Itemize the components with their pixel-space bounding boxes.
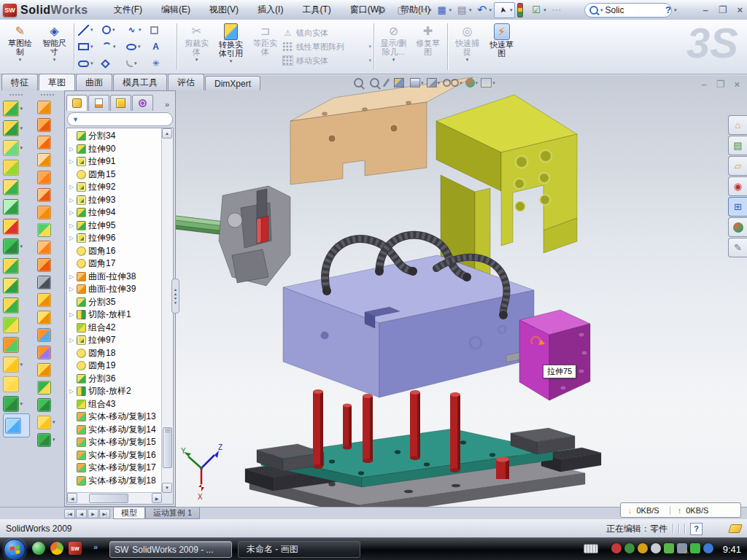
toolbar-grip[interactable] bbox=[9, 94, 23, 96]
dropdown-caret-icon[interactable]: ▾ bbox=[460, 80, 462, 86]
expand-arrow-icon[interactable]: ▷ bbox=[69, 273, 74, 280]
taskpane-tab[interactable] bbox=[728, 217, 747, 237]
sketch-tool-button[interactable]: ▾ bbox=[78, 22, 101, 39]
dropdown-caret-icon[interactable]: ▾ bbox=[20, 401, 26, 407]
expand-arrow-icon[interactable]: ▷ bbox=[69, 311, 74, 318]
sketch-tool-button[interactable]: ▾ bbox=[150, 22, 173, 39]
toolbar-button[interactable]: ▾ bbox=[3, 335, 30, 354]
tray-icon[interactable]: ⚠ bbox=[690, 543, 700, 553]
command-button[interactable]: ✂ 剪裁实 体 ▾ bbox=[179, 20, 214, 74]
toolbar-button[interactable]: ▾ bbox=[37, 98, 58, 116]
sketch-tool-button[interactable]: ▾ bbox=[126, 39, 149, 55]
document-tab[interactable]: 模型 bbox=[113, 508, 145, 519]
headsup-button[interactable]: ▾ bbox=[354, 78, 367, 88]
toolbar-button[interactable]: ▾ bbox=[37, 238, 58, 256]
tree-item[interactable]: ▷ 分割35 bbox=[68, 296, 161, 309]
toolbar-button[interactable]: ▾ bbox=[37, 361, 58, 378]
commandmanager-tab[interactable]: 草图 bbox=[39, 74, 75, 90]
dropdown-caret-icon[interactable]: ▾ bbox=[543, 7, 546, 13]
headsup-button[interactable]: ▾ bbox=[385, 78, 391, 88]
taskbar-task-button[interactable]: 未命名 - 画图 bbox=[238, 541, 360, 558]
scroll-right-button[interactable]: ▶ bbox=[152, 493, 162, 503]
dropdown-caret-icon[interactable]: ▾ bbox=[368, 44, 371, 50]
quick-access-button[interactable]: ▾ bbox=[516, 2, 528, 18]
taskpane-tab[interactable]: ✎ bbox=[728, 238, 747, 257]
tree-item[interactable]: ▷ 组合42 bbox=[68, 322, 161, 335]
tree-filter-input[interactable]: ▼ bbox=[67, 112, 173, 126]
commandmanager-tab[interactable]: 评估 bbox=[168, 74, 204, 90]
window-button[interactable]: × bbox=[737, 4, 743, 15]
tree-item[interactable]: ▷ 拉伸92 bbox=[68, 181, 161, 194]
sketch-tool-button[interactable]: A ▾ bbox=[150, 39, 173, 55]
command-row-button[interactable]: 移动实体 ▾ bbox=[282, 55, 371, 66]
status-help-button[interactable]: ? bbox=[690, 523, 703, 535]
toolbar-button[interactable]: ▾ bbox=[3, 374, 30, 394]
tree-item[interactable]: ▷ 圆角16 bbox=[68, 245, 161, 258]
command-row-button[interactable]: 线性草图阵列 ▾ bbox=[282, 42, 371, 52]
dropdown-caret-icon[interactable]: ▾ bbox=[112, 27, 115, 33]
toolbar-button[interactable]: ▾ bbox=[37, 116, 58, 133]
taskpane-tab[interactable]: ▱ bbox=[728, 156, 747, 176]
commandmanager-tab[interactable]: 特征 bbox=[1, 74, 38, 90]
dropdown-caret-icon[interactable]: ▾ bbox=[368, 58, 371, 63]
toolbar-button[interactable]: ▾ bbox=[37, 343, 58, 361]
toolbar-button[interactable]: ▾ bbox=[3, 276, 30, 295]
toolbar-button[interactable]: ▾ bbox=[3, 118, 30, 138]
toolbar-grip[interactable] bbox=[41, 94, 54, 96]
tags-icon[interactable] bbox=[728, 524, 743, 533]
start-button[interactable] bbox=[4, 539, 26, 560]
help-button[interactable]: ? bbox=[665, 4, 671, 15]
toolbar-button[interactable]: ▾ bbox=[3, 217, 30, 236]
toolbar-button[interactable]: ▾ bbox=[37, 326, 58, 343]
sketch-tool-button[interactable]: ▾ bbox=[78, 55, 101, 72]
dropdown-caret-icon[interactable]: ▾ bbox=[449, 7, 452, 13]
dropdown-caret-icon[interactable]: ▾ bbox=[139, 27, 142, 33]
toolbar-button[interactable]: ▾ bbox=[37, 221, 58, 238]
command-button[interactable]: ✚ 修复草 图 ▾ bbox=[411, 20, 445, 74]
doc-window-button[interactable]: ❐ bbox=[716, 79, 725, 90]
tree-item[interactable]: ▷ 圆角17 bbox=[68, 257, 161, 271]
command-button[interactable]: ⚡ 快速草 图 ▾ bbox=[484, 20, 519, 74]
toolbar-button[interactable]: ▾ bbox=[37, 396, 58, 413]
dropdown-caret-icon[interactable]: ▾ bbox=[230, 58, 233, 64]
quick-launch-icon[interactable] bbox=[32, 542, 45, 555]
headsup-button[interactable]: ▾ bbox=[410, 78, 424, 88]
tree-item[interactable]: ▷ 拉伸91 bbox=[68, 155, 161, 168]
toolbar-button[interactable]: ▾ bbox=[3, 413, 30, 438]
toolbar-button[interactable]: ▾ bbox=[37, 256, 58, 273]
toolbar-button[interactable]: ▾ bbox=[37, 308, 58, 326]
tree-item[interactable]: ▷ 曲面-拉伸39 bbox=[68, 283, 161, 296]
taskpane-tab[interactable]: ⌂ bbox=[728, 115, 747, 135]
expand-arrow-icon[interactable]: ▷ bbox=[69, 388, 74, 394]
expand-arrow-icon[interactable]: ▷ bbox=[69, 222, 74, 229]
dropdown-caret-icon[interactable]: ▾ bbox=[138, 44, 141, 50]
command-button[interactable]: ✎ 草图绘 制 ▾ bbox=[3, 20, 37, 74]
dropdown-caret-icon[interactable]: ▾ bbox=[20, 106, 26, 112]
dropdown-caret-icon[interactable]: ▾ bbox=[90, 61, 93, 66]
quick-access-button[interactable]: ⋯ ▾ bbox=[549, 3, 568, 18]
tree-item[interactable]: ▷ 组合43 bbox=[68, 398, 161, 411]
toolbar-button[interactable]: ▾ bbox=[37, 151, 58, 168]
panel-tab[interactable] bbox=[88, 95, 109, 111]
dropdown-caret-icon[interactable]: ▾ bbox=[392, 57, 395, 63]
quick-access-button[interactable]: ▢ ▾ bbox=[394, 3, 414, 18]
headsup-button[interactable]: ▾ bbox=[481, 78, 495, 88]
panel-tab[interactable] bbox=[132, 95, 153, 111]
dropdown-caret-icon[interactable]: ▾ bbox=[489, 7, 492, 13]
model-canvas[interactable]: Y Z X bbox=[176, 76, 747, 507]
command-row-button[interactable]: ⚠ 镜向实体 ▾ bbox=[282, 28, 371, 39]
command-button[interactable]: ⊐ 等距实 体 ▾ bbox=[248, 20, 282, 74]
doc-window-button[interactable]: – bbox=[702, 79, 707, 90]
tree-item[interactable]: ▷ 切除-放样1 bbox=[68, 308, 161, 322]
tree-item[interactable]: ▷ 圆角15 bbox=[68, 168, 161, 182]
sketch-tool-button[interactable]: ▾ bbox=[78, 39, 101, 55]
menu-item[interactable]: 视图(V) bbox=[200, 4, 248, 16]
headsup-button[interactable]: ▾ bbox=[443, 79, 462, 87]
document-tab[interactable]: 运动算例 1 bbox=[145, 508, 200, 519]
taskbar-task-button[interactable]: SW SolidWorks 2009 - ... bbox=[109, 541, 232, 558]
toolbar-button[interactable]: ▾ bbox=[37, 378, 58, 396]
dropdown-caret-icon[interactable]: ▾ bbox=[476, 80, 479, 86]
tree-item[interactable]: ▷ 拉伸90 bbox=[68, 143, 161, 156]
commandmanager-tab[interactable]: DimXpert bbox=[205, 76, 260, 90]
quick-access-button[interactable]: ▦ ▾ bbox=[434, 3, 454, 18]
